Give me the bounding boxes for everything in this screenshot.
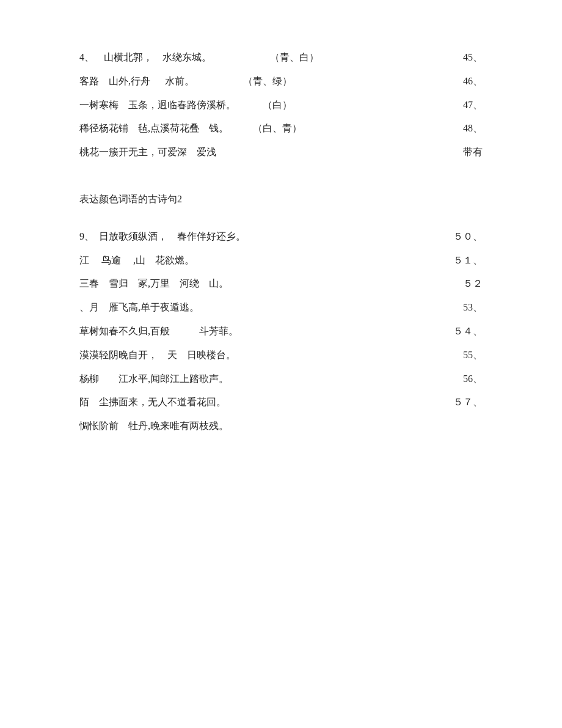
line-number-52: ５２ — [446, 275, 483, 293]
poem-line-group-4: 稀径杨花铺 毡,点溪荷花叠 钱。 （白、青） 48、 — [79, 120, 483, 138]
poem-line-1: 4、 山横北郭， 水绕东城。 （青、白） — [79, 49, 446, 67]
poem-line-7: 江 鸟逾 ,山 花欲燃。 — [79, 252, 446, 270]
poem-line-group-3: 一树寒梅 玉条，迥临春路傍溪桥。 （白） 47、 — [79, 97, 483, 114]
poem-line-2: 客路 山外,行舟 水前。 （青、绿） — [79, 73, 446, 90]
line-number-57: ５７、 — [446, 394, 483, 411]
poem-line-3: 一树寒梅 玉条，迥临春路傍溪桥。 （白） — [79, 97, 446, 114]
poem-line-group-8: 三春 雪归 冢,万里 河绕 山。 ５２ — [79, 275, 483, 293]
line-number-48: 48、 — [446, 120, 483, 138]
poem-line-group-11: 漠漠轻阴晚自开， 天 日映楼台。 55、 — [79, 347, 483, 364]
poem-line-5: 桃花一簇开无主，可爱深 爱浅 — [79, 144, 446, 161]
poem-line-12: 杨柳 江水平,闻郎江上踏歌声。 — [79, 370, 446, 388]
poem-line-group-5: 桃花一簇开无主，可爱深 爱浅 带有 — [79, 144, 483, 161]
poem-line-14: 惆怅阶前 牡丹,晚来唯有两枝残。 — [79, 417, 446, 435]
poem-line-group-13: 陌 尘拂面来，无人不道看花回。 ５７、 — [79, 394, 483, 411]
poem-line-10: 草树知春不久归,百般 斗芳菲。 — [79, 323, 446, 340]
poem-line-13: 陌 尘拂面来，无人不道看花回。 — [79, 394, 446, 411]
section-title: 表达颜色词语的古诗句2 — [79, 191, 483, 208]
poem-line-group-14: 惆怅阶前 牡丹,晚来唯有两枝残。 — [79, 417, 483, 435]
line-number-50: ５０、 — [446, 228, 483, 246]
line-number-51: ５１、 — [446, 252, 483, 270]
poem-line-6: 9、 日放歌须纵酒， 春作伴好还乡。 — [79, 228, 446, 246]
line-number-56: 56、 — [446, 370, 483, 388]
poem-line-11: 漠漠轻阴晚自开， 天 日映楼台。 — [79, 347, 446, 364]
line-number-53: 53、 — [446, 299, 483, 317]
poem-line-4: 稀径杨花铺 毡,点溪荷花叠 钱。 （白、青） — [79, 120, 446, 138]
poem-line-group-9: 、月 雁飞高,单于夜遁逃。 53、 — [79, 299, 483, 317]
line-number-54: ５４、 — [446, 323, 483, 340]
line-number-46: 46、 — [446, 73, 483, 90]
poem-line-group-7: 江 鸟逾 ,山 花欲燃。 ５１、 — [79, 252, 483, 270]
main-content: 4、 山横北郭， 水绕东城。 （青、白） 45、 客路 山外,行舟 水前。 （青… — [79, 49, 483, 435]
poem-line-9: 、月 雁飞高,单于夜遁逃。 — [79, 299, 446, 317]
poem-line-group-1: 4、 山横北郭， 水绕东城。 （青、白） 45、 — [79, 49, 483, 67]
poem-line-group-12: 杨柳 江水平,闻郎江上踏歌声。 56、 — [79, 370, 483, 388]
poem-line-8: 三春 雪归 冢,万里 河绕 山。 — [79, 275, 446, 293]
poem-line-group-2: 客路 山外,行舟 水前。 （青、绿） 46、 — [79, 73, 483, 90]
line-number-47: 47、 — [446, 97, 483, 114]
line-number-45: 45、 — [446, 49, 483, 67]
poem-line-group-6: 9、 日放歌须纵酒， 春作伴好还乡。 ５０、 — [79, 228, 483, 246]
line-number-daiyou: 带有 — [446, 144, 483, 161]
line-number-55: 55、 — [446, 347, 483, 364]
poem-line-group-10: 草树知春不久归,百般 斗芳菲。 ５４、 — [79, 323, 483, 340]
